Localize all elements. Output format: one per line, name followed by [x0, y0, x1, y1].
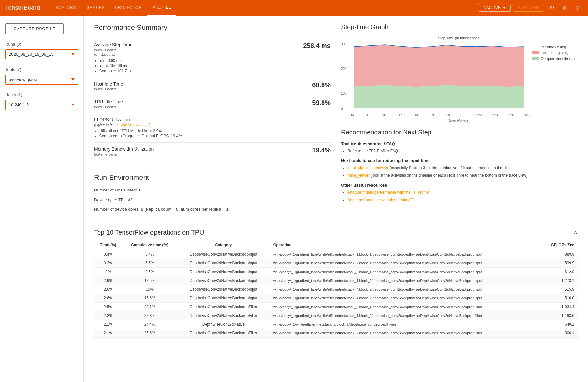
- cell-category: DepthwiseConv2dNativeBackpropFilter: [177, 311, 270, 320]
- cell-category: DepthwiseConv2dNative: [177, 320, 270, 329]
- mem-bw-sub: higher is better: [94, 152, 154, 156]
- table-header: Time (%) Cumulative time (%) Category Op…: [94, 240, 578, 250]
- legend-input-label: Input time (in ms): [541, 51, 568, 55]
- status-dropdown[interactable]: INACTIVE ▼: [478, 4, 510, 12]
- table-header-row: Time (%) Cumulative time (%) Category Op…: [94, 240, 578, 250]
- topbar: TensorBoard SCALARS GRAPHS PROJECTOR PRO…: [0, 0, 588, 16]
- cell-operation: while/body/_1/gradient_tape/while/effici…: [270, 285, 540, 294]
- nav-scalars[interactable]: SCALARS: [51, 0, 81, 16]
- run-env-line-0: Number of Hosts used: 1: [94, 187, 331, 193]
- cell-gflops: 889.9: [540, 250, 578, 259]
- cell-category: DepthwiseConv2dNativeBackpropInput: [177, 285, 270, 294]
- x-label-324: 324: [508, 113, 514, 117]
- sidebar: CAPTURE PROFILE Runs (3) 2020_08_20_19_0…: [0, 16, 84, 382]
- operations-table: Time (%) Cumulative time (%) Category Op…: [94, 240, 578, 338]
- cell-gflops: 1,278.1: [540, 276, 578, 285]
- cell-time: 3.4%: [94, 250, 122, 259]
- chart-legend: Idle time (in ms) Input time (in ms) Com…: [532, 42, 578, 117]
- trace-viewer-link[interactable]: trace_viewer: [347, 173, 370, 178]
- avg-step-sub: lower is better: [94, 48, 133, 52]
- flops-why[interactable]: why two numbers?: [121, 123, 150, 127]
- better-perf-link[interactable]: Better performance with the tf.data API: [347, 198, 414, 202]
- table-title-row: Top 10 TensorFlow operations on TPU ∧: [94, 229, 578, 236]
- table-row: 3.4% 3.4% DepthwiseConv2dNativeBackpropI…: [94, 250, 578, 259]
- flops-bullet-1: Compared to Program's Optimal FLOPS: 19.…: [99, 134, 331, 138]
- flops-bullets: Utilization of TPU Matrix Units: 2.9% Co…: [94, 129, 331, 138]
- cell-cumtime: 6.5%: [122, 259, 177, 267]
- runs-select[interactable]: 2020_08_20_19_09_13: [5, 49, 78, 59]
- perf-summary-title: Performance Summary: [94, 23, 331, 32]
- legend-compute-label: Compute time (in ms): [541, 57, 575, 61]
- cell-category: DepthwiseConv2dNativeBackpropInput: [177, 250, 270, 259]
- run-env-title: Run Environment: [94, 173, 331, 182]
- run-env-line-2: Number of device cores: 8 (Replica count…: [94, 206, 331, 213]
- capture-profile-button[interactable]: CAPTURE PROFILE: [5, 23, 64, 34]
- legend-input-color: [532, 51, 539, 54]
- right-panel: Step-time Graph Step Time (in millisecon…: [341, 23, 578, 216]
- col-category: Category: [177, 240, 270, 250]
- flops-sub: (higher is better, why two numbers?): [94, 123, 151, 127]
- chart-area: 300 200 100 0: [341, 42, 530, 117]
- tools-label: Tools (7): [5, 67, 78, 72]
- cell-time: 2.2%: [94, 311, 122, 320]
- runs-section: Runs (3) 2020_08_20_19_09_13: [5, 42, 78, 59]
- cell-gflops: 806.1: [540, 329, 578, 337]
- help-icon[interactable]: ?: [572, 3, 583, 13]
- cell-gflops: 599.9: [540, 259, 578, 267]
- cell-operation: while/body/_1/gradient_tape/while/effici…: [270, 294, 540, 302]
- perf-tpu-idle: TPU Idle Time lower is better 59.8%: [94, 95, 331, 113]
- cell-category: DepthwiseConv2dNativeBackpropInput: [177, 294, 270, 302]
- chart-inner-title: Step Time (in milliseconds): [341, 36, 578, 40]
- y-label-200: 200: [341, 67, 347, 71]
- x-label-322: 322: [476, 113, 482, 117]
- rec-item-2-1: Better performance with the tf.data API: [347, 197, 578, 203]
- nav-profile[interactable]: PROFILE: [147, 0, 176, 16]
- top-two-col: Performance Summary Average Step Time lo…: [94, 23, 578, 216]
- nav-projector[interactable]: PROJECTOR: [110, 0, 147, 16]
- x-label-315: 315: [365, 113, 370, 117]
- rec-list-2: Analyze tf.data performance with the TF …: [341, 190, 578, 203]
- legend-compute-color: [532, 57, 539, 60]
- chart-svg: [349, 42, 530, 108]
- collapse-table-button[interactable]: ∧: [573, 229, 578, 236]
- cell-gflops: 1,034.4: [540, 302, 578, 311]
- avg-step-label: Average Step Time: [94, 42, 133, 47]
- col-time: Time (%): [94, 240, 122, 250]
- upload-button[interactable]: ⊙ UPLOAD: [513, 4, 544, 12]
- table-row: 2.6% 17.6% DepthwiseConv2dNativeBackprop…: [94, 294, 578, 302]
- x-axis-title: Step Number: [341, 118, 578, 122]
- refresh-icon[interactable]: ↻: [547, 3, 557, 13]
- cell-gflops: 516.0: [540, 294, 578, 302]
- rec-item-1-0: input_pipeline_analyzer (especially Sect…: [347, 165, 578, 171]
- analyze-tfdata-link[interactable]: Analyze tf.data performance with the TF …: [347, 190, 430, 195]
- cell-time: 2.9%: [94, 276, 122, 285]
- cell-operation: while/body/_1/gradient_tape/while/effici…: [270, 250, 540, 259]
- bullet-input: Input: 156.69 ms: [99, 64, 331, 68]
- brand-logo: TensorBoard: [5, 5, 40, 11]
- tools-select[interactable]: overview_page: [5, 75, 78, 85]
- settings-icon[interactable]: ⚙: [559, 3, 570, 13]
- cell-cumtime: 20.1%: [122, 302, 177, 311]
- hosts-label: Hosts (1): [5, 92, 78, 97]
- hosts-select[interactable]: 10.240.1.2: [5, 100, 78, 110]
- run-env-section: Run Environment Number of Hosts used: 1 …: [94, 173, 331, 213]
- nav-graphs[interactable]: GRAPHS: [81, 0, 110, 16]
- rec-label-1: Next tools to use for reducing the input…: [341, 158, 578, 163]
- x-label-316: 316: [381, 113, 386, 117]
- host-idle-label: Host Idle Time: [94, 81, 123, 87]
- cell-gflops: 1,193.6: [540, 311, 578, 320]
- mem-bw-value: 19.4%: [312, 146, 331, 154]
- rec-title: Recommendation for Next Step: [341, 129, 578, 136]
- rec-label-0: Tool troubleshooting / FAQ: [341, 141, 578, 146]
- cell-time: 2.1%: [94, 329, 122, 337]
- input-pipeline-link[interactable]: input_pipeline_analyzer: [347, 166, 388, 170]
- table-row: 3.2% 6.5% DepthwiseConv2dNativeBackpropI…: [94, 259, 578, 267]
- tpu-idle-value: 59.8%: [312, 99, 331, 107]
- cell-cumtime: 17.6%: [122, 294, 177, 302]
- cell-cumtime: 22.3%: [122, 311, 177, 320]
- col-operation: Operation: [270, 240, 540, 250]
- cell-category: DepthwiseConv2dNativeBackpropInput: [177, 267, 270, 276]
- tools-section: Tools (7) overview_page: [5, 67, 78, 85]
- x-label-325: 325: [524, 113, 530, 117]
- x-axis-labels: 314 315 316 317 318 319 320 321 322 323: [349, 113, 530, 117]
